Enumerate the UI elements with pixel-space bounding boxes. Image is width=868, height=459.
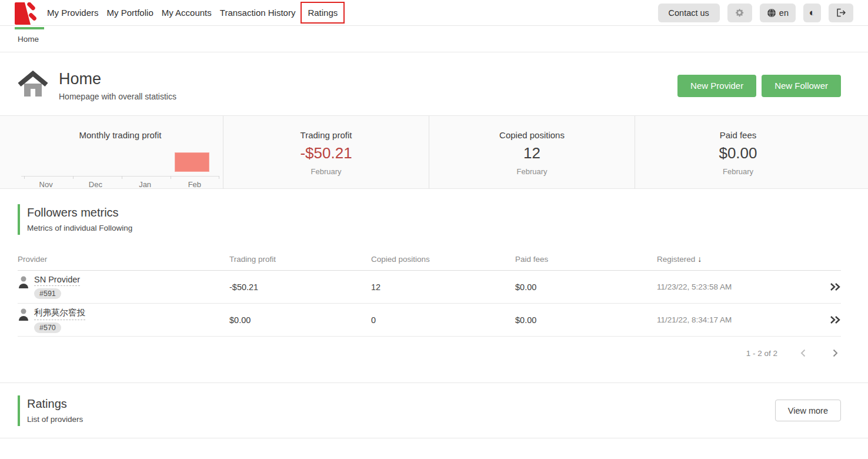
- followers-table: Provider Trading profit Copied positions…: [18, 248, 841, 337]
- chart-axis-tick: [122, 176, 122, 179]
- chart-plot-area: [21, 140, 219, 177]
- nav-item-ratings[interactable]: Ratings: [301, 2, 345, 24]
- row-expand-button[interactable]: [817, 315, 841, 324]
- stat-title: Trading profit: [223, 130, 429, 140]
- stat-value: 12: [429, 144, 635, 162]
- top-navbar: My Providers My Portfolio My Accounts Tr…: [0, 0, 868, 26]
- active-brand-underline: [15, 27, 44, 29]
- column-header-paid-fees[interactable]: Paid fees: [515, 255, 657, 264]
- view-more-button[interactable]: View more: [775, 400, 841, 421]
- language-button[interactable]: en: [760, 4, 796, 22]
- cell-copied-positions: 12: [371, 282, 515, 292]
- stat-period: February: [429, 167, 635, 176]
- double-chevron-right-icon: [830, 315, 841, 324]
- page-header: Home Homepage with overall statistics Ne…: [0, 52, 868, 115]
- provider-name-link[interactable]: SN Provider: [34, 275, 80, 286]
- new-provider-button[interactable]: New Provider: [677, 75, 756, 97]
- ratings-heading: Ratings List of providers: [18, 395, 83, 426]
- cell-paid-fees: $0.00: [515, 282, 657, 292]
- table-header-row: Provider Trading profit Copied positions…: [18, 248, 841, 271]
- chart-x-label-feb: Feb: [170, 180, 219, 189]
- chart-axis-tick: [171, 176, 171, 179]
- chevron-left-icon: [799, 348, 808, 358]
- row-expand-button[interactable]: [817, 282, 841, 291]
- avatar-icon: [18, 275, 29, 289]
- pagination-prev-button[interactable]: [797, 347, 809, 359]
- nav-item-transaction-history[interactable]: Transaction History: [216, 3, 300, 22]
- followers-metrics-heading: Followers metrics Metrics of individual …: [18, 204, 841, 235]
- section-title: Followers metrics: [27, 206, 841, 219]
- table-row: 利弗莫尔窖投 #570 $0.00 0 $0.00 11/21/22, 8:34…: [18, 304, 841, 337]
- cell-paid-fees: $0.00: [515, 315, 657, 325]
- stat-card-copied-positions: Copied positions 12 February: [429, 116, 635, 189]
- stat-title: Copied positions: [429, 130, 635, 140]
- breadcrumb-bar: Home: [0, 26, 868, 52]
- stat-card-paid-fees: Paid fees $0.00 February: [635, 116, 841, 189]
- chart-x-label-dec: Dec: [71, 180, 120, 189]
- chart-bar-feb: [175, 152, 209, 172]
- contact-us-button[interactable]: Contact us: [658, 4, 720, 22]
- nav-item-my-providers[interactable]: My Providers: [43, 3, 103, 22]
- page-subtitle: Homepage with overall statistics: [59, 92, 176, 101]
- double-chevron-right-icon: [830, 282, 841, 291]
- cell-registered: 11/21/22, 8:34:17 AM: [657, 315, 817, 324]
- column-header-copied-positions[interactable]: Copied positions: [371, 255, 515, 264]
- page-title-block: Home Homepage with overall statistics: [59, 70, 176, 101]
- chart-axis-tick: [219, 176, 219, 179]
- nav-item-my-portfolio[interactable]: My Portfolio: [103, 3, 158, 22]
- section-subtitle: List of providers: [27, 415, 83, 424]
- logout-icon: [836, 8, 846, 17]
- chart-x-label-nov: Nov: [21, 180, 71, 189]
- stat-value: $0.00: [635, 144, 841, 162]
- chart-x-axis-labels: Nov Dec Jan Feb: [21, 180, 219, 189]
- pagination-range-label: 1 - 2 of 2: [746, 349, 777, 358]
- brand-logo[interactable]: [15, 2, 37, 25]
- column-header-trading-profit[interactable]: Trading profit: [229, 255, 371, 264]
- pagination-next-button[interactable]: [829, 347, 841, 359]
- provider-id-badge: #570: [34, 322, 61, 333]
- cell-registered: 11/23/22, 5:23:58 AM: [657, 282, 817, 291]
- nav-item-my-accounts[interactable]: My Accounts: [158, 3, 216, 22]
- stat-value: -$50.21: [223, 144, 429, 162]
- sort-descending-icon: ↓: [697, 254, 702, 264]
- settings-button[interactable]: [727, 4, 752, 22]
- navbar-actions: Contact us en ◐: [658, 4, 853, 22]
- chart-title: Monthly trading profit: [18, 130, 223, 140]
- chart-axis-tick: [73, 176, 74, 179]
- logout-button[interactable]: [829, 4, 853, 22]
- section-title: Ratings: [27, 397, 83, 411]
- provider-cell: 利弗莫尔窖投 #570: [18, 307, 229, 333]
- column-header-provider[interactable]: Provider: [18, 255, 229, 264]
- provider-name-link[interactable]: 利弗莫尔窖投: [34, 307, 85, 320]
- cell-trading-profit: $0.00: [229, 315, 371, 325]
- language-label: en: [779, 8, 789, 18]
- page-title: Home: [59, 70, 176, 88]
- breadcrumb[interactable]: Home: [18, 35, 39, 44]
- chart-x-label-jan: Jan: [121, 180, 170, 189]
- provider-cell: SN Provider #591: [18, 275, 229, 299]
- chart-axis-tick: [24, 176, 25, 179]
- avatar-icon: [18, 307, 29, 321]
- gear-icon: [735, 8, 745, 18]
- globe-icon: [767, 8, 776, 18]
- contrast-icon: ◐: [809, 8, 815, 18]
- home-icon: [18, 71, 48, 101]
- stat-period: February: [223, 167, 429, 176]
- cell-copied-positions: 0: [371, 315, 515, 325]
- table-row: SN Provider #591 -$50.21 12 $0.00 11/23/…: [18, 271, 841, 304]
- stat-period: February: [635, 167, 841, 176]
- main-nav: My Providers My Portfolio My Accounts Tr…: [43, 2, 345, 24]
- new-follower-button[interactable]: New Follower: [762, 75, 841, 97]
- column-header-registered[interactable]: Registered↓: [657, 254, 817, 264]
- theme-contrast-button[interactable]: ◐: [803, 4, 821, 22]
- stat-card-trading-profit: Trading profit -$50.21 February: [223, 116, 429, 189]
- pagination: 1 - 2 of 2: [18, 347, 841, 359]
- chevron-right-icon: [830, 348, 840, 358]
- brand-logo-icon: [15, 2, 37, 25]
- provider-id-badge: #591: [34, 288, 61, 299]
- section-subtitle: Metrics of individual Following: [27, 224, 841, 232]
- ratings-section: Ratings List of providers View more: [0, 383, 868, 438]
- stat-title: Paid fees: [635, 130, 841, 140]
- monthly-trading-profit-chart: Monthly trading profit Nov Dec Jan Feb: [18, 116, 223, 189]
- cell-trading-profit: -$50.21: [229, 282, 371, 292]
